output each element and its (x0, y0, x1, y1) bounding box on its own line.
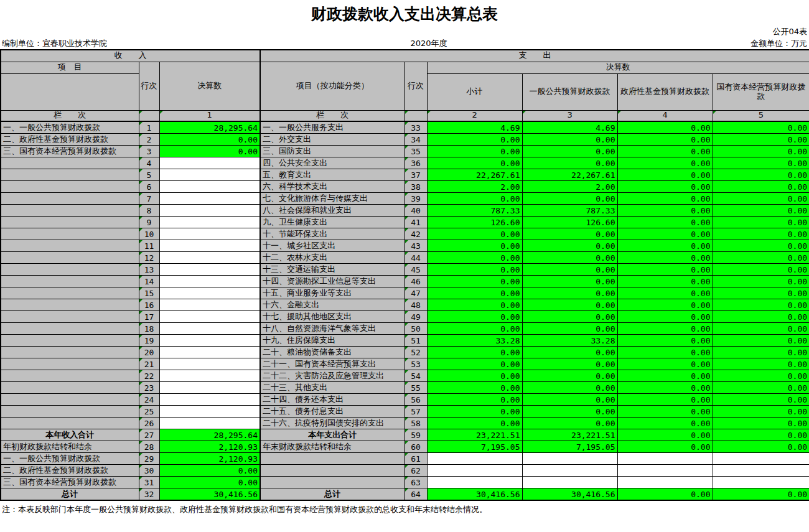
expense-state-capital-value (713, 465, 809, 477)
expense-row-number: 51 (404, 335, 427, 347)
expense-general-budget-value: 0.00 (522, 240, 617, 252)
expense-gov-fund-value: 0.00 (617, 264, 713, 276)
expense-row-number: 41 (404, 217, 427, 228)
expense-state-capital-value: 0.00 (713, 169, 809, 181)
table-row: 7七、文化旅游体育与传媒支出390.000.000.000.00 (1, 193, 809, 205)
expense-general-budget-value: 0.00 (522, 394, 617, 406)
income-row-number: 20 (139, 347, 159, 358)
income-item-label (1, 157, 139, 169)
income-row-number: 8 (139, 205, 159, 217)
expense-gov-fund-value: 0.00 (617, 205, 713, 217)
expense-row-number: 57 (404, 406, 427, 418)
expense-general-budget-value: 0.00 (522, 193, 617, 205)
income-row-number: 24 (139, 394, 159, 406)
expense-row-number: 49 (404, 311, 427, 323)
expense-state-capital-value: 0.00 (713, 311, 809, 323)
expense-gov-fund-value: 0.00 (617, 370, 713, 382)
header-column-no-income: 栏 次 (1, 110, 139, 121)
expense-gov-fund-value: 0.00 (617, 299, 713, 311)
table-row: 22二十二、灾害防治及应急管理支出540.000.000.000.00 (1, 370, 809, 382)
income-item-label: 一、一般公共预算财政拨款 (1, 121, 139, 134)
expense-gov-fund-value: 0.00 (617, 347, 713, 358)
expense-state-capital-value: 0.00 (713, 205, 809, 217)
expense-row-number: 40 (404, 205, 427, 217)
expense-subtotal-value: 7,195.05 (427, 441, 522, 453)
fiscal-appropriation-table: 收 入 支 出 项 目 行次 决算数 项目（按功能分类） 行次 决算数 小计 一… (0, 49, 809, 501)
expense-subtotal-value: 0.00 (427, 264, 522, 276)
income-item-label: 总计 (1, 488, 139, 501)
expense-state-capital-value: 0.00 (713, 358, 809, 370)
expense-state-capital-value: 0.00 (713, 370, 809, 382)
expense-state-capital-value: 0.00 (713, 193, 809, 205)
expense-state-capital-value: 0.00 (713, 418, 809, 429)
expense-general-budget-value: 0.00 (522, 406, 617, 418)
amount-unit-label: 金额单位：万元 (751, 38, 807, 49)
expense-row-number: 55 (404, 382, 427, 394)
expense-gov-fund-value: 0.00 (617, 488, 713, 501)
expense-gov-fund-value: 0.00 (617, 181, 713, 193)
table-row: 21二十一、国有资本经营预算支出530.000.000.000.00 (1, 358, 809, 370)
expense-row-number: 43 (404, 240, 427, 252)
income-item-label: 本年收入合计 (1, 429, 139, 441)
expense-general-budget-value: 7,195.05 (522, 441, 617, 453)
income-value (159, 394, 260, 406)
expense-row-number: 44 (404, 252, 427, 264)
income-row-number: 22 (139, 370, 159, 382)
income-item-label: 三、国有资本经营预算财政拨款 (1, 477, 139, 488)
header-column-no-expense: 栏 次 (260, 110, 404, 121)
income-value (159, 287, 260, 299)
income-value (159, 252, 260, 264)
expense-gov-fund-value: 0.00 (617, 169, 713, 181)
expense-item-label: 十二、农林水支出 (260, 252, 404, 264)
expense-subtotal-value: 0.00 (427, 228, 522, 240)
expense-gov-fund-value: 0.00 (617, 287, 713, 299)
income-item-label (1, 406, 139, 418)
table-row: 三、国有资本经营预算财政拨款30.00三、国防支出350.000.000.000… (1, 146, 809, 157)
income-row-number: 31 (139, 477, 159, 488)
expense-state-capital-value: 0.00 (713, 228, 809, 240)
expense-row-number: 63 (404, 477, 427, 488)
income-row-number: 30 (139, 465, 159, 477)
expense-subtotal-value (427, 477, 522, 488)
expense-subtotal-value: 0.00 (427, 358, 522, 370)
expense-state-capital-value: 0.00 (713, 287, 809, 299)
income-value: 0.00 (159, 134, 260, 146)
expense-row-number: 52 (404, 347, 427, 358)
table-row: 一、一般公共预算财政拨款292,120.9361 (1, 453, 809, 465)
expense-item-label: 二十四、债务还本支出 (260, 394, 404, 406)
expense-subtotal-value: 0.00 (427, 347, 522, 358)
header-blank-income-rowno (139, 110, 159, 121)
expense-general-budget-value: 0.00 (522, 299, 617, 311)
expense-item-label: 十七、援助其他地区支出 (260, 311, 404, 323)
expense-general-budget-value: 0.00 (522, 228, 617, 240)
footnote: 注：本表反映部门本年度一般公共预算财政拨款、政府性基金预算财政拨款和国有资本经营… (0, 501, 809, 515)
expense-item-label: 总计 (260, 488, 404, 501)
report-page: 财政拨款收入支出决算总表 公开04表 编制单位：宜春职业技术学院 2020年度 … (0, 0, 809, 532)
expense-row-number: 36 (404, 157, 427, 169)
expense-gov-fund-value: 0.00 (617, 429, 713, 441)
expense-gov-fund-value: 0.00 (617, 217, 713, 228)
expense-gov-fund-value: 0.00 (617, 311, 713, 323)
header-blank-expense-rowno (404, 110, 427, 121)
table-row: 8八、社会保障和就业支出40787.33787.330.000.00 (1, 205, 809, 217)
income-row-number: 27 (139, 429, 159, 441)
expense-state-capital-value: 0.00 (713, 217, 809, 228)
income-value (159, 335, 260, 347)
income-value (159, 169, 260, 181)
expense-row-number: 48 (404, 299, 427, 311)
expense-state-capital-value: 0.00 (713, 429, 809, 441)
income-item-label: 年初财政拨款结转和结余 (1, 441, 139, 453)
expense-state-capital-value: 0.00 (713, 347, 809, 358)
income-item-label (1, 335, 139, 347)
income-value (159, 240, 260, 252)
expense-subtotal-value: 0.00 (427, 157, 522, 169)
expense-item-label (260, 477, 404, 488)
income-item-label (1, 323, 139, 335)
header-row-no-income: 行次 (139, 62, 159, 110)
income-item-label: 三、国有资本经营预算财政拨款 (1, 146, 139, 157)
expense-gov-fund-value: 0.00 (617, 157, 713, 169)
income-item-label (1, 193, 139, 205)
expense-gov-fund-value: 0.00 (617, 252, 713, 264)
expense-gov-fund-value: 0.00 (617, 382, 713, 394)
income-row-number: 3 (139, 146, 159, 157)
